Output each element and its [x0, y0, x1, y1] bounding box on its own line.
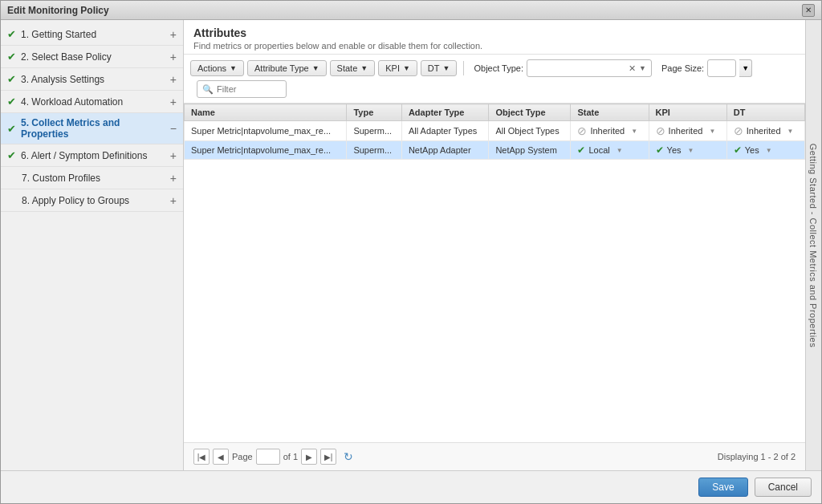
minus-icon: − — [170, 122, 177, 135]
kpi-dropdown-arrow[interactable]: ▼ — [709, 128, 715, 135]
sidebar-item-analysis-settings[interactable]: ✔3. Analysis Settings+ — [1, 68, 183, 91]
state-dropdown-arrow[interactable]: ▼ — [616, 147, 623, 154]
toolbar-separator — [463, 61, 464, 75]
sidebar-item-label: 4. Workload Automation — [21, 96, 167, 108]
sidebar: ✔1. Getting Started+✔2. Select Base Poli… — [1, 20, 184, 470]
table-cell: NetApp Adapter — [401, 141, 488, 160]
check-icon: ✔ — [7, 51, 16, 63]
dt-dropdown-arrow: ▼ — [443, 64, 450, 72]
search-icon: 🔍 — [202, 84, 214, 95]
attribute-type-button[interactable]: Attribute Type ▼ — [247, 60, 327, 76]
check-icon: ✔ — [7, 96, 16, 108]
filter-input[interactable] — [217, 84, 281, 94]
col-kpi: KPI — [649, 104, 726, 121]
check-icon: ✔ — [7, 28, 16, 40]
table-header-row: Name Type Adapter Type Object Type State… — [185, 104, 805, 121]
state-inherited-icon: ⊘ — [577, 124, 587, 137]
check-icon: ✔ — [7, 123, 16, 135]
first-page-button[interactable]: |◀ — [193, 449, 210, 465]
refresh-button[interactable]: ↻ — [340, 448, 357, 465]
table-cell: All Adapter Types — [401, 121, 488, 141]
table-cell: NetApp System — [489, 141, 571, 160]
pagination-info: Displaying 1 - 2 of 2 — [718, 452, 796, 461]
check-icon: ✔ — [7, 149, 16, 161]
right-panel-text: Getting Started - Collect Metrics and Pr… — [809, 143, 819, 347]
sidebar-item-label: 5. Collect Metrics and Properties — [21, 117, 167, 140]
last-page-button[interactable]: ▶| — [320, 449, 336, 465]
sidebar-item-select-base-policy[interactable]: ✔2. Select Base Policy+ — [1, 46, 183, 68]
sidebar-item-label: 2. Select Base Policy — [21, 51, 167, 63]
prev-page-button[interactable]: ◀ — [213, 449, 229, 465]
sidebar-item-collect-metrics[interactable]: ✔5. Collect Metrics and Properties− — [1, 113, 183, 144]
sidebar-item-apply-policy[interactable]: 8. Apply Policy to Groups+ — [1, 189, 183, 212]
state-dropdown-arrow[interactable]: ▼ — [631, 128, 637, 135]
sidebar-item-alert-symptom[interactable]: ✔6. Alert / Symptom Definitions+ — [1, 144, 183, 167]
dt-check-icon: ✔ — [734, 144, 742, 156]
object-type-clear-icon[interactable]: ✕ — [627, 63, 637, 74]
sidebar-item-label: 7. Custom Profiles — [22, 173, 167, 184]
pagination: |◀ ◀ Page 1 of 1 ▶ ▶| ↻ Displaying 1 - 2… — [184, 442, 805, 470]
attributes-table: Name Type Adapter Type Object Type State… — [184, 104, 805, 160]
table-cell: Super Metric|ntapvolume_max_re... — [185, 121, 347, 141]
plus-icon: + — [170, 172, 177, 185]
cancel-button[interactable]: Cancel — [755, 478, 812, 497]
table-header: Name Type Adapter Type Object Type State… — [185, 104, 805, 121]
plus-icon: + — [170, 73, 177, 86]
table-row[interactable]: Super Metric|ntapvolume_max_re...Superm.… — [185, 141, 805, 160]
table-cell: Superm... — [347, 121, 402, 141]
dt-dropdown-arrow[interactable]: ▼ — [766, 147, 772, 154]
page-size-dropdown-button[interactable]: ▼ — [739, 59, 752, 77]
kpi-cell: ✔Yes▼ — [649, 141, 726, 160]
state-dropdown-arrow: ▼ — [360, 64, 368, 72]
state-cell: ⊘Inherited▼ — [571, 121, 649, 141]
col-adapter-type: Adapter Type — [401, 104, 488, 121]
object-type-input[interactable] — [531, 63, 627, 73]
attributes-header: Attributes Find metrics or properties be… — [184, 20, 805, 55]
page-size-input[interactable]: 20 — [707, 59, 736, 77]
plus-icon: + — [170, 51, 177, 63]
sidebar-item-custom-profiles[interactable]: 7. Custom Profiles+ — [1, 167, 183, 189]
table-cell: All Object Types — [489, 121, 571, 141]
plus-icon: + — [170, 149, 177, 162]
col-object-type: Object Type — [489, 104, 571, 121]
save-button[interactable]: Save — [698, 478, 747, 497]
kpi-check-icon: ✔ — [656, 144, 664, 156]
dt-button[interactable]: DT ▼ — [421, 60, 458, 76]
sidebar-item-workload-automation[interactable]: ✔4. Workload Automation+ — [1, 91, 183, 113]
dialog-footer: Save Cancel — [1, 470, 821, 503]
object-type-input-wrapper: ✕ ▼ — [527, 59, 652, 77]
actions-button[interactable]: Actions ▼ — [190, 60, 244, 76]
dt-cell: ✔Yes▼ — [726, 141, 804, 160]
kpi-dropdown-arrow[interactable]: ▼ — [688, 147, 694, 154]
page-number-input[interactable]: 1 — [256, 449, 280, 465]
kpi-inherited-icon: ⊘ — [656, 124, 665, 137]
toolbar: Actions ▼ Attribute Type ▼ State ▼ KPI ▼… — [184, 55, 805, 104]
attribute-type-dropdown-arrow: ▼ — [312, 64, 319, 72]
object-type-dropdown-icon[interactable]: ▼ — [637, 64, 648, 72]
col-name: Name — [185, 104, 347, 121]
table-cell: Super Metric|ntapvolume_max_re... — [185, 141, 347, 160]
next-page-button[interactable]: ▶ — [301, 449, 317, 465]
col-type: Type — [347, 104, 402, 121]
kpi-dropdown-arrow: ▼ — [403, 64, 410, 72]
main-content: Attributes Find metrics or properties be… — [184, 20, 805, 470]
sidebar-item-label: 1. Getting Started — [21, 29, 167, 40]
dt-dropdown-arrow[interactable]: ▼ — [787, 128, 794, 135]
sidebar-item-getting-started[interactable]: ✔1. Getting Started+ — [1, 23, 183, 46]
check-icon: ✔ — [7, 73, 16, 85]
sidebar-item-label: 6. Alert / Symptom Definitions — [21, 150, 167, 161]
of-label: of 1 — [283, 452, 298, 461]
table-wrapper: Name Type Adapter Type Object Type State… — [184, 104, 805, 442]
kpi-button[interactable]: KPI ▼ — [378, 60, 417, 76]
state-check-icon: ✔ — [577, 144, 585, 156]
dt-cell: ⊘Inherited▼ — [726, 121, 804, 141]
dt-inherited-icon: ⊘ — [734, 124, 743, 137]
dialog-close-button[interactable]: ✕ — [802, 4, 815, 17]
table-body: Super Metric|ntapvolume_max_re...Superm.… — [185, 121, 805, 160]
plus-icon: + — [170, 28, 177, 41]
table-row[interactable]: Super Metric|ntapvolume_max_re...Superm.… — [185, 121, 805, 141]
attributes-subtitle: Find metrics or properties below and ena… — [193, 41, 796, 51]
state-button[interactable]: State ▼ — [330, 60, 376, 76]
page-size-label: Page Size: — [661, 63, 704, 73]
sidebar-item-label: 3. Analysis Settings — [21, 74, 167, 85]
